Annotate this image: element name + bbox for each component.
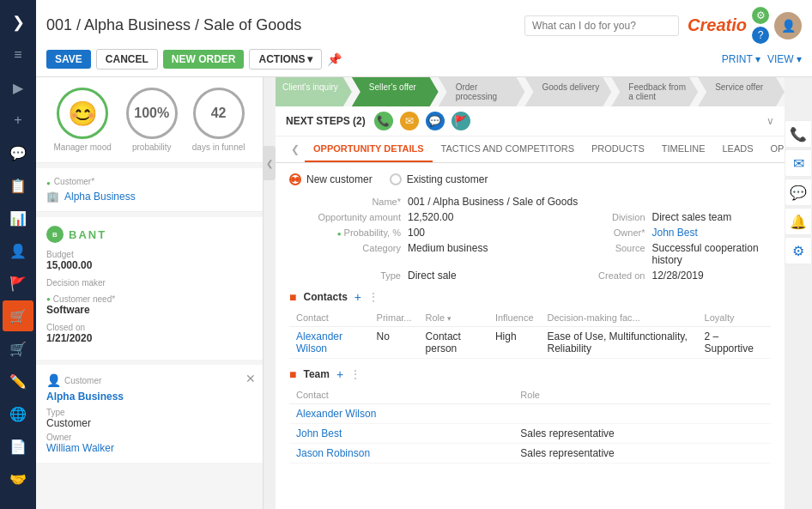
created-on-label: Created on [534,270,645,281]
division-label: Division [534,212,645,222]
avatar[interactable]: 👤 [774,12,802,39]
customer-owner-label: Owner [46,433,252,442]
building-icon: 🏢 [46,191,59,203]
contact-decision: Ease of Use, Multifunctionality, Reliabi… [541,327,698,359]
sidebar-item-user[interactable]: 👤 [3,235,33,266]
contacts-menu-button[interactable]: ⋮ [368,291,379,303]
customer-card-name[interactable]: Alpha Business [46,391,252,403]
sidebar-item-globe[interactable]: 🌐 [3,398,33,429]
customer-dot: ● [46,179,51,187]
customer-type-label: Type [46,408,252,417]
float-settings-icon[interactable]: ⚙ [785,237,812,264]
existing-customer-radio[interactable]: Existing customer [390,173,488,185]
float-bell-icon[interactable]: 🔔 [785,208,812,235]
gear-icon[interactable]: ⚙ [752,7,769,24]
sidebar-item-add[interactable]: + [3,105,33,136]
float-chat-icon[interactable]: 💬 [785,179,812,206]
new-customer-radio[interactable]: New customer [289,173,373,185]
contact-role: Contact person [419,327,488,359]
table-row: Jason Robinson Sales representative [289,444,771,464]
contact-name[interactable]: Alexander Wilson [289,327,370,359]
cancel-button[interactable]: CANCEL [96,49,158,70]
float-phone-icon[interactable]: 📞 [785,120,812,148]
tab-products[interactable]: PRODUCTS [583,136,653,162]
view-button[interactable]: VIEW ▾ [767,53,802,65]
contacts-add-button[interactable]: + [354,290,361,304]
customer-value[interactable]: Alpha Business [64,191,136,203]
search-input[interactable] [524,15,679,36]
header: 001 / Alpha Business / Sale of Goods Cre… [36,0,812,77]
flag-icon[interactable]: 🚩 [451,112,470,130]
close-icon[interactable]: ✕ [245,372,256,385]
sidebar-item-play[interactable]: ▶ [3,72,33,103]
sidebar-item-menu[interactable]: ≡ [3,39,33,70]
probability-circle: 100% [126,88,178,139]
contact-col-role[interactable]: Role ▾ [419,309,488,327]
tab-leads[interactable]: LEADS [713,136,761,162]
pipeline-stage-processing[interactable]: Order processing [439,77,525,106]
pin-icon[interactable]: 📌 [327,52,342,66]
sidebar-item-handshake[interactable]: 🤝 [3,464,33,494]
probability-label: ● Probability, % [289,227,401,238]
owner-value[interactable]: John Best [652,227,772,239]
customer-owner-value[interactable]: William Walker [46,442,252,454]
save-button[interactable]: SAVE [46,50,91,69]
pipeline-stage-feedback[interactable]: Feedback from a client [611,77,698,106]
team-icon: ■ [289,367,296,381]
team-member-3[interactable]: Jason Robinson [289,444,513,464]
created-on-value: 12/28/2019 [652,270,772,282]
sidebar-item-cart2[interactable]: 🛒 [3,333,33,364]
days-circle: 42 [193,88,245,139]
tab-tactics[interactable]: TACTICS AND COMPETITORS [433,136,583,162]
right-panel: Client's inquiry Seller's offer Order pr… [276,77,785,509]
chat-icon[interactable]: 💬 [426,112,445,130]
name-label: Name* [289,197,401,207]
tab-timeline[interactable]: TIMELINE [653,136,714,162]
team-role-3: Sales representative [513,444,771,464]
sidebar-item-chart[interactable]: 📊 [3,203,33,233]
team-table: Contact Role Alexander Wilson John Best [289,386,771,464]
existing-customer-radio-dot [390,173,402,185]
team-menu-button[interactable]: ⋮ [350,368,361,380]
phone-icon[interactable]: 📞 [374,112,393,130]
contact-col-primary: Primar... [370,309,419,327]
pipeline-stage-offer[interactable]: Seller's offer [352,77,439,106]
bant-section: B BANT Budget 15,000.00 Decision maker [36,217,263,360]
sidebar-item-chat[interactable]: 💬 [3,137,33,168]
next-step-icons: 📞 ✉ 💬 🚩 [374,112,470,130]
team-member-1[interactable]: Alexander Wilson [289,404,513,424]
pipeline-stage-inquiry[interactable]: Client's inquiry [276,77,352,106]
team-add-button[interactable]: + [336,367,343,381]
page-title: 001 / Alpha Business / Sale of Goods [46,16,301,34]
sidebar-item-doc[interactable]: 📄 [3,431,33,462]
sidebar-item-list[interactable]: 📋 [3,170,33,201]
team-member-2[interactable]: John Best [289,424,513,444]
owner-label: Owner* [534,227,645,238]
email-icon[interactable]: ✉ [400,112,419,130]
next-steps-label: NEXT STEPS (2) [286,115,366,127]
sidebar-item-toggle[interactable]: ❯ [3,7,33,38]
expand-icon[interactable]: ∨ [767,115,774,127]
team-col-role: Role [513,386,771,404]
print-button[interactable]: PRINT ▾ [722,53,760,65]
panel-toggle[interactable]: ❮ [264,146,276,180]
tab-history[interactable]: OPPORTUNITY HISTORY [762,136,785,162]
tab-nav-left[interactable]: ❮ [286,136,305,162]
team-role-1 [513,404,771,424]
amount-label: Opportunity amount [289,212,401,222]
decision-maker-row: Decision maker [46,278,252,288]
float-email-icon[interactable]: ✉ [785,149,812,177]
actions-button[interactable]: ACTIONS ▾ [249,49,322,70]
right-float-panel: 📞 ✉ 💬 🔔 ⚙ [785,77,812,509]
help-icon[interactable]: ? [752,27,769,44]
new-order-button[interactable]: NEW ORDER [163,50,245,69]
source-value: Successful cooperation history [652,242,772,266]
pipeline-stage-delivery[interactable]: Goods delivery [524,77,611,106]
team-col-contact: Contact [289,386,513,404]
tab-opportunity-details[interactable]: OPPORTUNITY DETAILS [305,136,433,162]
sidebar-item-edit[interactable]: ✏️ [3,366,33,397]
pipeline-stage-service[interactable]: Service offer [698,77,785,106]
sidebar-item-cart[interactable]: 🛒 [3,300,33,331]
sidebar-item-flag[interactable]: 🚩 [3,268,33,299]
left-panel-wrapper: 😊 Manager mood 100% probability 42 [36,77,276,509]
